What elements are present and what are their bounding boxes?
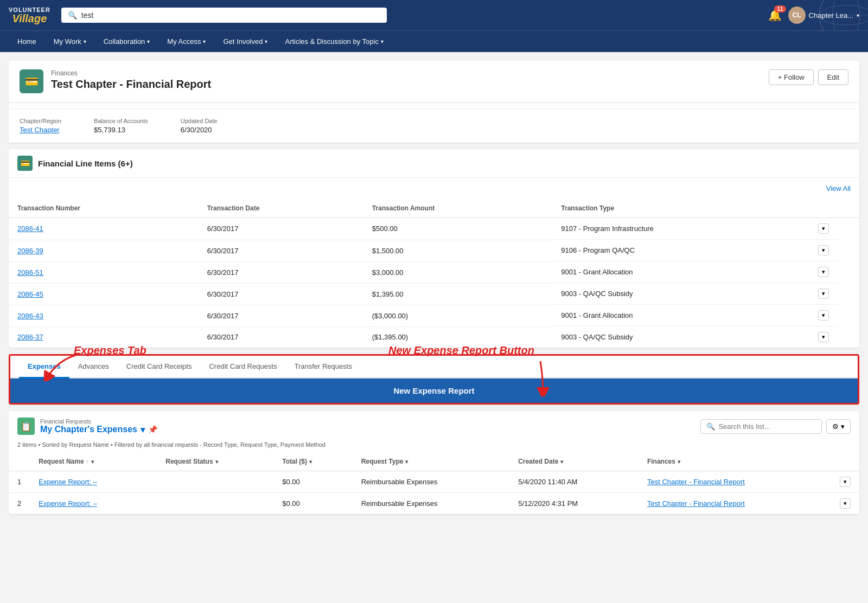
new-expense-report-button[interactable]: New Expense Report	[10, 379, 858, 403]
record-fields: Chapter/Region Test Chapter Balance of A…	[9, 108, 859, 143]
finances-link[interactable]: Test Chapter - Financial Report	[647, 478, 745, 486]
globe-decoration	[760, 0, 868, 30]
chevron-down-icon: ▾	[84, 39, 86, 44]
row-dropdown-btn[interactable]: ▾	[818, 310, 829, 320]
top-nav: VOLUNTEER Village 🔍 🔔 11 CL Chapter Lea.…	[0, 0, 868, 30]
table-row: 2086-41 6/30/2017 $500.00 9107 - Program…	[9, 218, 859, 240]
col-row-action	[831, 452, 859, 471]
table-row: 2086-39 6/30/2017 $1,500.00 9106 - Progr…	[9, 240, 859, 261]
search-input[interactable]	[81, 11, 380, 20]
search-icon: 🔍	[706, 422, 715, 431]
financial-requests-section: 📋 Financial Requests My Chapter's Expens…	[9, 411, 859, 514]
col-total[interactable]: Total ($) ▾	[273, 452, 352, 471]
row-dropdown-btn[interactable]: ▾	[818, 245, 829, 255]
table-wrapper: View All Transaction Number Transaction …	[9, 178, 859, 348]
row-dropdown-btn[interactable]: ▾	[818, 332, 829, 342]
search-icon: 🔍	[68, 11, 77, 20]
main-nav: Home My Work ▾ Collaboration ▾ My Access…	[0, 30, 868, 52]
search-controls: 🔍 ⚙ ▾	[700, 419, 851, 434]
chevron-down-icon: ▾	[381, 39, 384, 44]
record-header-wrapper: 💳 Finances Test Chapter - Financial Repo…	[9, 61, 859, 143]
dropdown-icon[interactable]: ▾	[141, 425, 145, 435]
row-dropdown-btn[interactable]: ▾	[818, 223, 829, 234]
financial-requests-header: 📋 Financial Requests My Chapter's Expens…	[9, 411, 859, 441]
record-icon: 💳	[20, 69, 43, 93]
col-action	[838, 199, 859, 218]
updated-date-value: 6/30/2020	[181, 126, 218, 134]
table-row: 2086-37 6/30/2017 ($1,395.00) 9003 - QA/…	[9, 326, 859, 348]
tab-credit-card-requests[interactable]: Credit Card Requests	[200, 356, 285, 379]
transaction-number-link[interactable]: 2086-45	[17, 290, 43, 298]
transaction-number-link[interactable]: 2086-37	[17, 333, 43, 341]
section-title: Financial Line Items (6+)	[38, 159, 133, 168]
logo-village: Village	[12, 13, 47, 24]
record-title-block: Finances Test Chapter - Financial Report	[51, 69, 211, 91]
row-dropdown-btn[interactable]: ▾	[840, 498, 851, 509]
tab-transfer-requests[interactable]: Transfer Requests	[285, 356, 360, 379]
new-expense-btn-arrow	[524, 358, 557, 396]
col-request-type[interactable]: Request Type ▾	[353, 452, 510, 471]
nav-item-articles[interactable]: Articles & Discussion by Topic ▾	[276, 31, 392, 52]
record-header: 💳 Finances Test Chapter - Financial Repo…	[9, 61, 859, 102]
logo: VOLUNTEER Village	[9, 7, 50, 24]
transaction-number-link[interactable]: 2086-39	[17, 247, 43, 255]
col-request-status[interactable]: Request Status ▾	[157, 452, 273, 471]
nav-search-box[interactable]: 🔍	[61, 8, 387, 23]
follow-button[interactable]: + Follow	[769, 69, 814, 85]
nav-item-myaccess[interactable]: My Access ▾	[158, 31, 214, 52]
pin-icon: 📌	[148, 425, 157, 434]
gear-button[interactable]: ⚙ ▾	[826, 419, 851, 434]
balance-value: $5,739.13	[94, 126, 148, 134]
search-list-input[interactable]	[718, 422, 816, 431]
transaction-number-link[interactable]: 2086-41	[17, 224, 43, 233]
nav-item-home[interactable]: Home	[9, 31, 45, 52]
chevron-down-icon: ▾	[265, 39, 267, 44]
view-all-link[interactable]: View All	[818, 178, 859, 199]
table-row: 2 Expense Report: – $0.00 Reimbursable E…	[9, 493, 859, 515]
tabs-section: ExpensesAdvancesCredit Card ReceiptsCred…	[9, 354, 859, 405]
col-request-name[interactable]: Request Name ↑ ▾	[30, 452, 157, 471]
col-transaction-type: Transaction Type	[552, 199, 838, 218]
section-icon: 💳	[17, 156, 33, 171]
col-row-num	[9, 452, 30, 471]
financial-requests-title-block: Financial Requests My Chapter's Expenses…	[40, 418, 157, 435]
request-name-link[interactable]: Expense Report: –	[39, 499, 97, 508]
finances-link[interactable]: Test Chapter - Financial Report	[647, 499, 745, 508]
record-actions: + Follow Edit	[769, 69, 848, 85]
financial-requests-title: My Chapter's Expenses ▾ 📌	[40, 425, 157, 435]
financial-line-items-section: 💳 Financial Line Items (6+) View All Tra…	[9, 149, 859, 348]
col-transaction-date: Transaction Date	[199, 199, 363, 218]
table-row: 1 Expense Report: – $0.00 Reimbursable E…	[9, 471, 859, 493]
row-dropdown-btn[interactable]: ▾	[818, 288, 829, 299]
chapter-region-link[interactable]: Test Chapter	[20, 126, 61, 134]
transaction-number-link[interactable]: 2086-51	[17, 268, 43, 277]
chevron-down-icon: ▾	[203, 39, 206, 44]
financial-line-items-table: Transaction Number Transaction Date Tran…	[9, 199, 859, 348]
logo-volunteer: VOLUNTEER	[9, 7, 50, 13]
edit-button[interactable]: Edit	[818, 69, 848, 85]
page-content: 💳 Finances Test Chapter - Financial Repo…	[0, 52, 868, 529]
row-dropdown-btn[interactable]: ▾	[840, 477, 851, 487]
tabs-annotation-region: Expenses Tab New Expense Report Button	[9, 354, 859, 405]
col-finances[interactable]: Finances ▾	[639, 452, 831, 471]
field-chapter-region: Chapter/Region Test Chapter	[20, 118, 61, 134]
nav-item-collaboration[interactable]: Collaboration ▾	[95, 31, 159, 52]
page-title: Test Chapter - Financial Report	[51, 78, 211, 91]
transaction-number-link[interactable]: 2086-43	[17, 312, 43, 320]
row-dropdown-btn[interactable]: ▾	[818, 267, 829, 277]
financial-requests-table: Request Name ↑ ▾ Request Status ▾ Total …	[9, 452, 859, 514]
nav-item-getinvolved[interactable]: Get Involved ▾	[214, 31, 276, 52]
col-created-date[interactable]: Created Date ▾	[509, 452, 639, 471]
request-name-link[interactable]: Expense Report: –	[39, 478, 97, 486]
nav-item-mywork[interactable]: My Work ▾	[45, 31, 95, 52]
section-header: 💳 Financial Line Items (6+)	[9, 149, 859, 178]
chevron-down-icon: ▾	[147, 39, 150, 44]
search-list-container[interactable]: 🔍	[700, 419, 822, 434]
expenses-tab-arrow	[36, 349, 85, 381]
col-transaction-amount: Transaction Amount	[363, 199, 553, 218]
table-row: 2086-45 6/30/2017 $1,395.00 9003 - QA/QC…	[9, 283, 859, 305]
col-transaction-number: Transaction Number	[9, 199, 199, 218]
financial-requests-meta: 2 items • Sorted by Request Name • Filte…	[9, 441, 859, 452]
tabs-bar: ExpensesAdvancesCredit Card ReceiptsCred…	[10, 356, 858, 379]
tab-credit-card-receipts[interactable]: Credit Card Receipts	[118, 356, 201, 379]
